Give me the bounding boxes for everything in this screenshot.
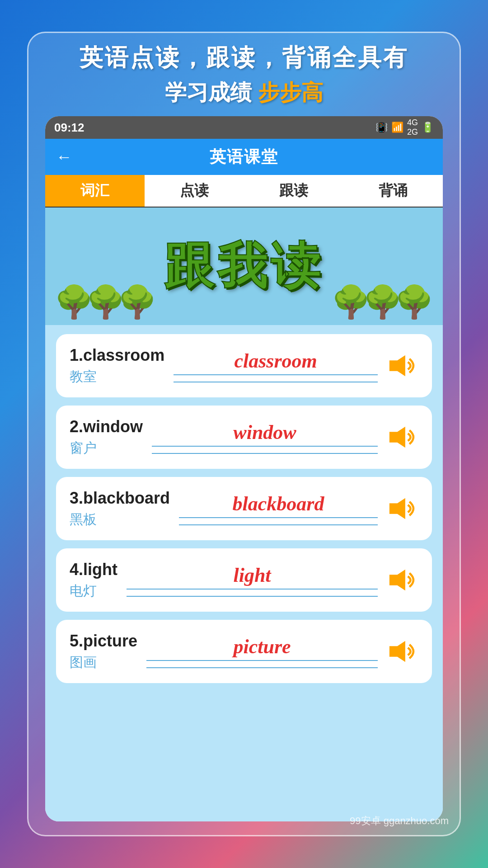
- app-title: 英语课堂: [210, 146, 278, 168]
- speaker-icon-4[interactable]: [387, 566, 418, 594]
- promo-line1: 英语点读，跟读，背诵全具有: [80, 42, 408, 74]
- word-item-5[interactable]: 5.picture 图画 picture: [56, 620, 432, 683]
- word-line-4: [127, 596, 378, 597]
- svg-marker-1: [389, 427, 405, 448]
- word-english-5: 5.picture: [70, 632, 137, 651]
- speaker-icon-5[interactable]: [387, 638, 418, 665]
- word-line-5: [146, 667, 378, 668]
- status-icons: 📳 📶 4G2G 🔋: [375, 118, 434, 137]
- word-center-1: classroom: [174, 349, 378, 382]
- svg-marker-3: [389, 570, 405, 591]
- tree-icon-3: 🌳: [117, 283, 157, 321]
- tree-icon-6: 🌳: [331, 283, 371, 321]
- banner: 🌳 🌳 🌳 跟我读 🌳 🌳 🌳: [45, 208, 443, 325]
- tab-recite[interactable]: 背诵: [343, 175, 443, 207]
- word-left-2: 2.window 窗户: [70, 417, 143, 458]
- speaker-icon-1[interactable]: [387, 352, 418, 379]
- word-left-4: 4.light 电灯: [70, 560, 117, 600]
- word-english-4: 4.light: [70, 560, 117, 579]
- svg-marker-0: [389, 355, 405, 377]
- word-line-2: [152, 453, 378, 454]
- word-display-2: window: [152, 421, 378, 447]
- word-left-3: 3.blackboard 黑板: [70, 489, 170, 529]
- promo-line2-prefix: 学习成绩: [165, 80, 252, 104]
- svg-marker-4: [389, 641, 405, 662]
- word-line-3: [179, 524, 378, 525]
- app-header: ← 英语课堂: [45, 139, 443, 175]
- banner-text: 跟我读: [164, 233, 324, 300]
- word-center-5: picture: [146, 635, 378, 668]
- word-item-2[interactable]: 2.window 窗户 window: [56, 406, 432, 469]
- word-center-4: light: [127, 564, 378, 597]
- word-left-5: 5.picture 图画: [70, 632, 137, 672]
- word-display-3: blackboard: [179, 492, 378, 518]
- word-left-1: 1.classroom 教室: [70, 346, 164, 386]
- word-english-1: 1.classroom: [70, 346, 164, 365]
- tab-reading[interactable]: 点读: [145, 175, 244, 207]
- tabs-bar: 词汇 点读 跟读 背诵: [45, 175, 443, 208]
- tab-follow[interactable]: 跟读: [244, 175, 343, 207]
- word-chinese-4: 电灯: [70, 582, 117, 600]
- wifi-icon: 📶: [391, 122, 404, 133]
- word-display-4: light: [127, 564, 378, 590]
- vibrate-icon: 📳: [375, 122, 388, 133]
- word-chinese-1: 教室: [70, 368, 164, 386]
- battery-icon: 🔋: [422, 122, 434, 133]
- word-display-1: classroom: [174, 349, 378, 375]
- word-center-3: blackboard: [179, 492, 378, 525]
- tab-vocabulary[interactable]: 词汇: [45, 175, 145, 207]
- back-button[interactable]: ←: [56, 147, 72, 166]
- svg-marker-2: [389, 498, 405, 519]
- status-time: 09:12: [54, 121, 84, 135]
- status-bar: 09:12 📳 📶 4G2G 🔋: [45, 116, 443, 139]
- word-chinese-3: 黑板: [70, 510, 170, 529]
- phone-frame: 09:12 📳 📶 4G2G 🔋 ← 英语课堂 词汇 点读 跟读: [45, 116, 443, 821]
- word-chinese-5: 图画: [70, 653, 137, 672]
- speaker-icon-2[interactable]: [387, 424, 418, 451]
- word-item-3[interactable]: 3.blackboard 黑板 blackboard: [56, 477, 432, 540]
- word-center-2: window: [152, 421, 378, 454]
- word-item-1[interactable]: 1.classroom 教室 classroom: [56, 334, 432, 397]
- outer-card: 英语点读，跟读，背诵全具有 学习成绩 步步高 09:12 📳 📶 4G2G 🔋 …: [27, 32, 461, 836]
- promo-line2-highlight: 步步高: [258, 80, 323, 104]
- promo-line2: 学习成绩 步步高: [165, 78, 323, 107]
- word-line-1: [174, 382, 378, 382]
- word-display-5: picture: [146, 635, 378, 661]
- signal-icon: 4G2G: [407, 118, 418, 137]
- word-item-4[interactable]: 4.light 电灯 light: [56, 548, 432, 612]
- word-english-3: 3.blackboard: [70, 489, 170, 508]
- word-chinese-2: 窗户: [70, 439, 143, 458]
- watermark: 99安卓 gganzhuo.com: [350, 814, 449, 828]
- speaker-icon-3[interactable]: [387, 495, 418, 522]
- word-list: 1.classroom 教室 classroom 2: [45, 325, 443, 821]
- word-english-2: 2.window: [70, 417, 143, 436]
